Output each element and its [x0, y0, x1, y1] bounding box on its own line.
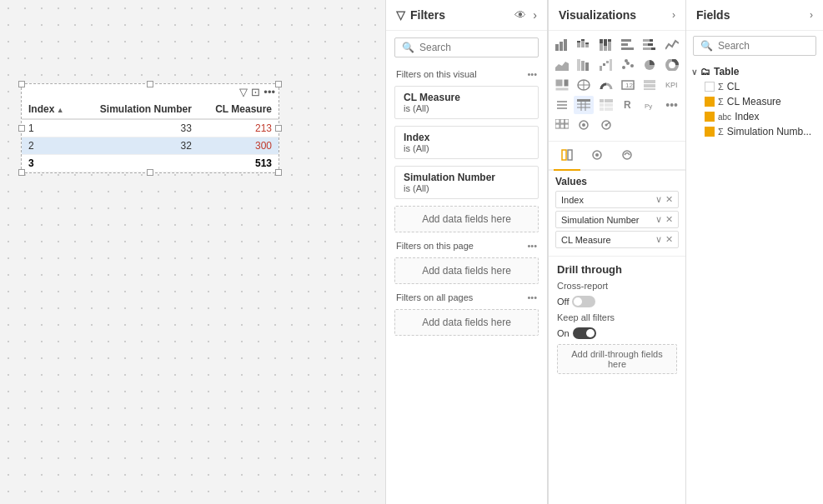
svg-rect-22	[643, 47, 651, 50]
viz-icon-donut[interactable]	[662, 56, 682, 74]
filter-card-index[interactable]: Index is (All)	[394, 126, 539, 159]
viz-icon-matrix[interactable]	[596, 96, 616, 114]
resize-ml[interactable]	[18, 125, 25, 132]
filter-section-visual-label: Filters on this visual •••	[386, 64, 547, 82]
viz-icon-r-visual[interactable]: R	[618, 96, 638, 114]
filter-card-cl-measure[interactable]: CL Measure is (All)	[394, 86, 539, 119]
viz-tab-fields[interactable]	[554, 143, 580, 171]
viz-icon-multirow-card[interactable]	[640, 76, 660, 94]
viz-icon-map[interactable]	[574, 76, 594, 94]
value-chip-simulation[interactable]: Simulation Number ∨ ✕	[555, 211, 679, 228]
filter-section-page-more[interactable]: •••	[527, 241, 537, 251]
viz-tab-analytics[interactable]	[614, 143, 640, 171]
viz-icon-card[interactable]: 123	[618, 76, 638, 94]
keep-filters-track[interactable]	[573, 327, 596, 339]
add-fields-page[interactable]: Add data fields here	[394, 257, 539, 284]
svg-rect-10	[600, 39, 603, 43]
field-checkbox-simulation[interactable]	[705, 127, 715, 137]
filter-section-visual-more[interactable]: •••	[527, 69, 537, 79]
viz-icon-horizontal-bar[interactable]	[618, 36, 638, 54]
fields-search-box[interactable]: 🔍	[693, 36, 816, 56]
resize-mr[interactable]	[275, 125, 282, 132]
fields-search-icon: 🔍	[700, 40, 713, 52]
field-checkbox-cl[interactable]	[705, 82, 715, 92]
chip-index-remove[interactable]: ✕	[665, 194, 673, 205]
focus-icon[interactable]: ⊡	[251, 86, 260, 98]
drill-add-field[interactable]: Add drill-through fields here	[557, 344, 677, 374]
chip-simulation-remove[interactable]: ✕	[665, 214, 673, 225]
filter-card-simulation[interactable]: Simulation Number is (All)	[394, 166, 539, 199]
viz-icon-custom1[interactable]: Py	[640, 96, 660, 114]
resize-tl[interactable]	[18, 81, 25, 87]
viz-icon-treemap[interactable]	[552, 76, 572, 94]
resize-tr[interactable]	[275, 81, 282, 87]
viz-icon-analytics[interactable]	[596, 116, 616, 134]
chip-cl-remove[interactable]: ✕	[665, 234, 673, 245]
filter-section-all-more[interactable]: •••	[527, 292, 537, 302]
cross-report-thumb	[574, 297, 582, 306]
chip-index-dropdown[interactable]: ∨	[655, 194, 662, 205]
viz-icon-waterfall[interactable]	[596, 56, 616, 74]
chip-cl-dropdown[interactable]: ∨	[655, 234, 662, 245]
col-header-cl-measure[interactable]: CL Measure	[198, 100, 279, 119]
filters-search-box[interactable]: 🔍	[394, 37, 539, 57]
table-collapse-icon[interactable]: ∨	[691, 67, 697, 77]
viz-icon-100-bar[interactable]	[596, 36, 616, 54]
viz-icon-table[interactable]	[574, 96, 594, 114]
viz-icon-ribbon[interactable]	[574, 56, 594, 74]
fields-search-input[interactable]	[718, 40, 809, 52]
field-item-index[interactable]: abc Index	[691, 109, 818, 124]
viz-icon-kpi[interactable]: KPI	[662, 76, 682, 94]
viz-icon-more[interactable]: •••	[662, 96, 682, 114]
viz-icon-line[interactable]	[662, 36, 682, 54]
resize-br[interactable]	[275, 169, 282, 176]
field-item-cl-measure[interactable]: Σ CL Measure	[691, 94, 818, 109]
add-fields-all[interactable]: Add data fields here	[394, 309, 539, 336]
cross-report-toggle[interactable]: Off	[557, 296, 595, 307]
col-header-index[interactable]: Index	[22, 100, 78, 119]
svg-rect-79	[562, 150, 566, 160]
viz-icon-area[interactable]	[552, 56, 572, 74]
viz-icon-slicer[interactable]	[552, 96, 572, 114]
viz-tab-format[interactable]	[584, 143, 610, 171]
value-chip-index[interactable]: Index ∨ ✕	[555, 191, 679, 208]
field-sigma-icon-simulation: Σ	[718, 127, 724, 137]
table-row[interactable]: 1 33 213	[22, 119, 279, 137]
viz-panel-expand-icon[interactable]: ›	[672, 9, 675, 21]
svg-rect-21	[648, 43, 653, 46]
add-fields-visual[interactable]: Add data fields here	[394, 206, 539, 232]
chip-simulation-dropdown[interactable]: ∨	[655, 214, 662, 225]
filters-eye-icon[interactable]: 👁	[514, 8, 526, 22]
viz-icon-format[interactable]	[574, 116, 594, 134]
svg-rect-25	[577, 59, 580, 71]
resize-bl[interactable]	[18, 169, 25, 176]
resize-bm[interactable]	[147, 169, 153, 176]
filters-panel-actions: 👁 ›	[514, 8, 537, 22]
resize-tm[interactable]	[147, 81, 153, 87]
viz-icon-gauge[interactable]	[596, 76, 616, 94]
svg-rect-7	[585, 44, 589, 47]
svg-rect-69	[555, 119, 560, 123]
filter-icon[interactable]: ▽	[239, 86, 248, 98]
viz-icon-stacked-bar[interactable]	[574, 36, 594, 54]
col-header-simulation[interactable]: Simulation Number	[78, 100, 198, 119]
filters-search-input[interactable]	[419, 42, 531, 53]
field-table-header[interactable]: ∨ 🗂 Table	[691, 64, 818, 79]
viz-icon-scatter[interactable]	[618, 56, 638, 74]
viz-icon-grid[interactable]	[552, 116, 572, 134]
cross-report-track[interactable]	[572, 296, 595, 307]
viz-icon-bar[interactable]	[552, 36, 572, 54]
viz-icon-pie[interactable]	[640, 56, 660, 74]
field-checkbox-cl-measure[interactable]	[705, 97, 715, 107]
visualizations-panel: Visualizations ›	[548, 0, 685, 504]
table-row[interactable]: 2 32 300	[22, 137, 279, 155]
field-item-cl[interactable]: Σ CL	[691, 79, 818, 94]
more-options-icon[interactable]: •••	[263, 86, 275, 98]
viz-icon-stacked-h-bar[interactable]	[640, 36, 660, 54]
filters-expand-icon[interactable]: ›	[533, 8, 537, 22]
field-item-simulation[interactable]: Σ Simulation Numb...	[691, 124, 818, 139]
field-checkbox-index[interactable]	[705, 112, 715, 122]
keep-filters-toggle[interactable]: On	[557, 327, 596, 339]
fields-panel-expand-icon[interactable]: ›	[810, 9, 813, 21]
value-chip-cl-measure[interactable]: CL Measure ∨ ✕	[555, 231, 679, 248]
